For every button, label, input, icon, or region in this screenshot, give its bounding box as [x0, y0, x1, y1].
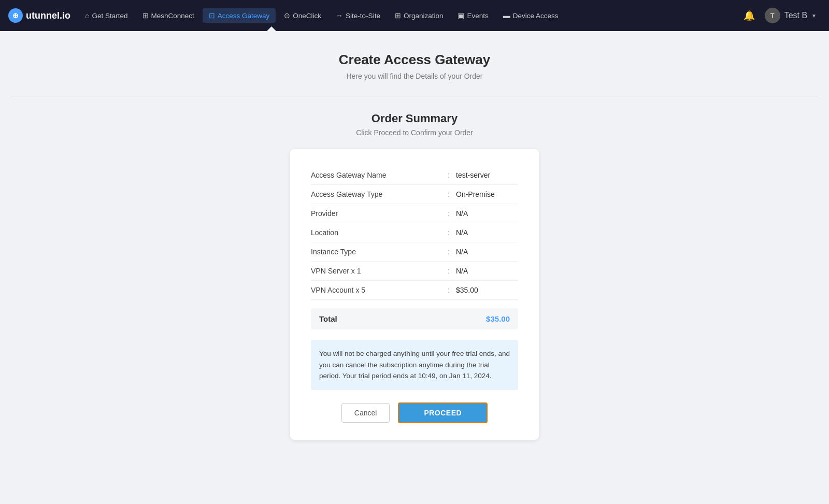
oneclick-icon: ⊙: [284, 11, 290, 20]
access-gateway-icon: ⊡: [209, 11, 215, 20]
order-section: Order Summary Click Proceed to Confirm y…: [10, 112, 819, 440]
events-icon: ▣: [458, 11, 464, 20]
home-icon: ⌂: [85, 11, 89, 20]
user-name: Test B: [784, 11, 807, 20]
total-value: $35.00: [486, 314, 510, 323]
device-access-icon: ▬: [503, 11, 510, 20]
notification-bell[interactable]: 🔔: [740, 6, 759, 25]
gateway-type-label: Access Gateway Type: [311, 190, 441, 198]
nav-label-oneclick: OneClick: [293, 12, 321, 20]
cancel-button[interactable]: Cancel: [341, 403, 390, 423]
nav-label-access-gateway: Access Gateway: [218, 12, 270, 20]
gateway-name-label: Access Gateway Name: [311, 171, 441, 179]
nav-item-access-gateway[interactable]: ⊡ Access Gateway: [203, 8, 276, 23]
separator-6: :: [448, 286, 450, 294]
nav-item-get-started[interactable]: ⌂ Get Started: [79, 8, 134, 23]
provider-value: N/A: [456, 209, 518, 218]
page-subtitle: Here you will find the Details of your O…: [347, 72, 483, 80]
nav-item-device-access[interactable]: ▬ Device Access: [497, 8, 565, 23]
vpn-server-label: VPN Server x 1: [311, 267, 441, 275]
order-row-vpn-account: VPN Account x 5 : $35.00: [311, 281, 518, 300]
chevron-down-icon: ▼: [811, 13, 817, 19]
vpn-account-label: VPN Account x 5: [311, 286, 441, 294]
instance-type-value: N/A: [456, 248, 518, 256]
nav-item-events[interactable]: ▣ Events: [451, 8, 494, 23]
separator-2: :: [448, 209, 450, 218]
nav-label-meshconnect: MeshConnect: [151, 12, 194, 20]
nav-item-oneclick[interactable]: ⊙ OneClick: [278, 8, 327, 23]
nav-label-events: Events: [467, 12, 488, 20]
location-value: N/A: [456, 228, 518, 237]
gateway-name-value: test-server: [456, 171, 518, 179]
total-row: Total $35.00: [311, 308, 518, 329]
nav-label-site-to-site: Site-to-Site: [346, 12, 380, 20]
separator-4: :: [448, 248, 450, 256]
order-card: Access Gateway Name : test-server Access…: [290, 149, 539, 440]
nav-label-device-access: Device Access: [513, 12, 559, 20]
proceed-button[interactable]: PROCEED: [398, 402, 488, 423]
vpn-account-value: $35.00: [456, 286, 518, 294]
order-row-gateway-name: Access Gateway Name : test-server: [311, 166, 518, 185]
vpn-server-value: N/A: [456, 267, 518, 275]
order-row-vpn-server: VPN Server x 1 : N/A: [311, 262, 518, 281]
logo-icon: ⊕: [8, 8, 23, 23]
separator-3: :: [448, 228, 450, 237]
logo-text: utunnel.io: [26, 10, 70, 21]
order-row-gateway-type: Access Gateway Type : On-Premise: [311, 185, 518, 204]
nav-item-meshconnect[interactable]: ⊞ MeshConnect: [136, 8, 201, 23]
navbar: ⊕ utunnel.io ⌂ Get Started ⊞ MeshConnect…: [0, 0, 829, 31]
page-content: Create Access Gateway Here you will find…: [0, 31, 829, 460]
nav-label-organization: Organization: [404, 12, 444, 20]
site-to-site-icon: ↔: [336, 11, 343, 20]
meshconnect-icon: ⊞: [142, 11, 149, 20]
nav-label-get-started: Get Started: [92, 12, 127, 20]
provider-label: Provider: [311, 209, 441, 218]
action-row: Cancel PROCEED: [311, 402, 518, 423]
order-row-instance-type: Instance Type : N/A: [311, 242, 518, 262]
separator-5: :: [448, 267, 450, 275]
nav-item-site-to-site[interactable]: ↔ Site-to-Site: [330, 8, 387, 23]
trial-notice: You will not be charged anything until y…: [311, 340, 518, 390]
avatar: T: [765, 8, 780, 23]
page-title: Create Access Gateway: [339, 52, 490, 68]
nav-item-organization[interactable]: ⊞ Organization: [389, 8, 450, 23]
active-nav-indicator: [266, 26, 277, 32]
organization-icon: ⊞: [395, 11, 401, 20]
order-row-location: Location : N/A: [311, 223, 518, 242]
user-menu[interactable]: T Test B ▼: [761, 6, 821, 25]
order-row-provider: Provider : N/A: [311, 204, 518, 223]
separator-0: :: [448, 171, 450, 179]
total-label: Total: [319, 314, 337, 323]
order-summary-subtitle: Click Proceed to Confirm your Order: [356, 128, 473, 137]
instance-type-label: Instance Type: [311, 248, 441, 256]
logo[interactable]: ⊕ utunnel.io: [8, 8, 70, 23]
gateway-type-value: On-Premise: [456, 190, 518, 198]
location-label: Location: [311, 228, 441, 237]
divider: [10, 96, 819, 96]
order-summary-title: Order Summary: [371, 112, 458, 125]
separator-1: :: [448, 190, 450, 198]
